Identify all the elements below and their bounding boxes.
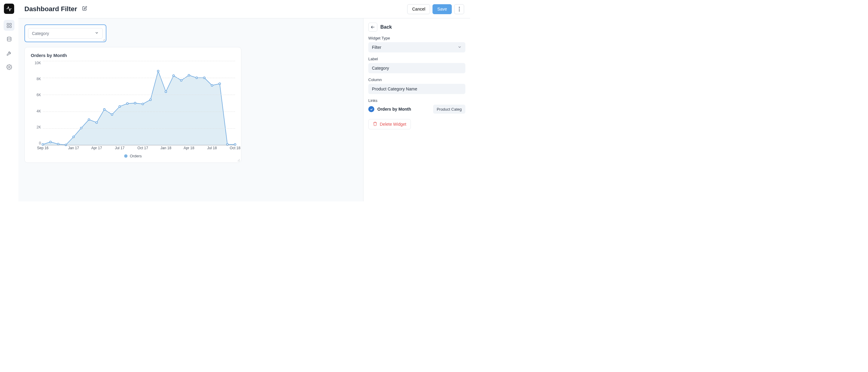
svg-point-13 (73, 136, 74, 138)
x-tick: Oct 17 (137, 146, 148, 150)
y-tick: 10K (31, 61, 41, 65)
widget-type-label: Widget Type (368, 36, 465, 40)
svg-point-15 (88, 119, 90, 121)
legend-marker-icon (124, 154, 127, 158)
trash-icon (373, 122, 377, 127)
svg-point-7 (459, 8, 460, 9)
gridline (43, 112, 235, 112)
nav-databases[interactable] (4, 34, 14, 44)
x-tick: Jul 18 (207, 146, 217, 150)
gridline (43, 128, 235, 129)
nav-settings[interactable] (4, 62, 14, 72)
gridline (43, 95, 235, 95)
link-checkbox[interactable] (368, 106, 374, 112)
svg-point-8 (459, 10, 460, 11)
filter-select-label: Category (32, 31, 49, 36)
filter-widget[interactable]: Category (24, 24, 106, 42)
svg-rect-0 (7, 23, 9, 25)
links-label: Links (368, 98, 465, 103)
nav-tools[interactable] (4, 48, 14, 59)
x-tick: Jan 18 (160, 146, 171, 150)
svg-rect-3 (10, 26, 11, 28)
svg-point-28 (188, 74, 190, 76)
link-name: Orders by Month (377, 107, 430, 112)
inspector-panel: Back Widget Type Filter Label Category C… (363, 19, 470, 202)
delete-widget-button[interactable]: Delete Widget (368, 119, 411, 129)
legend-label: Orders (130, 154, 142, 158)
filter-select[interactable]: Category (28, 28, 103, 39)
svg-point-16 (96, 122, 98, 123)
svg-point-6 (459, 7, 460, 7)
svg-rect-1 (10, 23, 11, 25)
svg-point-25 (165, 91, 167, 93)
cancel-button[interactable]: Cancel (407, 4, 430, 14)
x-tick: Apr 18 (184, 146, 194, 150)
svg-point-4 (7, 37, 11, 38)
x-tick: Sep 16 (37, 146, 49, 150)
svg-point-32 (219, 83, 221, 85)
chevron-down-icon (95, 31, 99, 36)
chart-title: Orders by Month (31, 53, 235, 58)
back-label: Back (380, 24, 392, 30)
widget-type-select[interactable]: Filter (368, 42, 465, 53)
chart-legend: Orders (31, 154, 235, 158)
svg-point-19 (119, 105, 121, 107)
svg-point-22 (142, 103, 144, 105)
resize-handle-icon[interactable] (102, 38, 105, 41)
svg-point-31 (211, 85, 213, 86)
label-input[interactable]: Category (368, 63, 465, 73)
x-tick: Jul 17 (115, 146, 124, 150)
svg-point-27 (180, 79, 182, 81)
svg-point-17 (103, 108, 105, 110)
app-logo (4, 4, 14, 14)
x-tick: Oct 18 (230, 146, 240, 150)
nav-dashboards[interactable] (4, 20, 14, 31)
y-tick: 8K (31, 77, 41, 81)
chart-card[interactable]: Orders by Month 10K8K6K4K2K0 Sep 16Jan 1… (24, 47, 241, 163)
svg-point-10 (50, 141, 52, 143)
svg-point-21 (134, 102, 136, 104)
svg-point-23 (150, 99, 151, 101)
x-tick: Jan 17 (68, 146, 79, 150)
gridline (43, 78, 235, 78)
column-field-label: Column (368, 78, 465, 82)
y-tick: 4K (31, 109, 41, 113)
back-button[interactable] (368, 23, 377, 32)
resize-handle-icon[interactable] (237, 158, 240, 162)
topbar: Dashboard Filter Cancel Save (19, 0, 470, 18)
svg-point-24 (157, 70, 159, 72)
svg-point-26 (173, 75, 175, 76)
edit-title-icon[interactable] (82, 6, 87, 12)
label-field-label: Label (368, 57, 465, 61)
y-tick: 0 (31, 141, 41, 145)
svg-rect-2 (7, 26, 9, 28)
x-axis-line (43, 145, 235, 145)
link-row: Orders by Month Product Categ (368, 104, 465, 114)
more-button[interactable] (454, 4, 464, 14)
gridline (43, 61, 235, 61)
y-tick: 2K (31, 125, 41, 129)
chevron-down-icon (458, 45, 462, 50)
column-input[interactable]: Product Category Name (368, 84, 465, 94)
svg-point-5 (8, 66, 10, 68)
x-tick: Apr 17 (91, 146, 102, 150)
chart-plot-area: 10K8K6K4K2K0 Sep 16Jan 17Apr 17Jul 17Oct… (31, 61, 235, 151)
save-button[interactable]: Save (433, 4, 452, 14)
svg-point-11 (57, 143, 59, 145)
y-tick: 6K (31, 93, 41, 97)
canvas[interactable]: Category Orders by Month 10K8K6K4K2K0 (19, 19, 363, 202)
svg-point-20 (127, 102, 128, 104)
page-title: Dashboard Filter (24, 5, 77, 13)
link-column-pill[interactable]: Product Categ (433, 104, 465, 114)
svg-point-18 (111, 114, 113, 116)
